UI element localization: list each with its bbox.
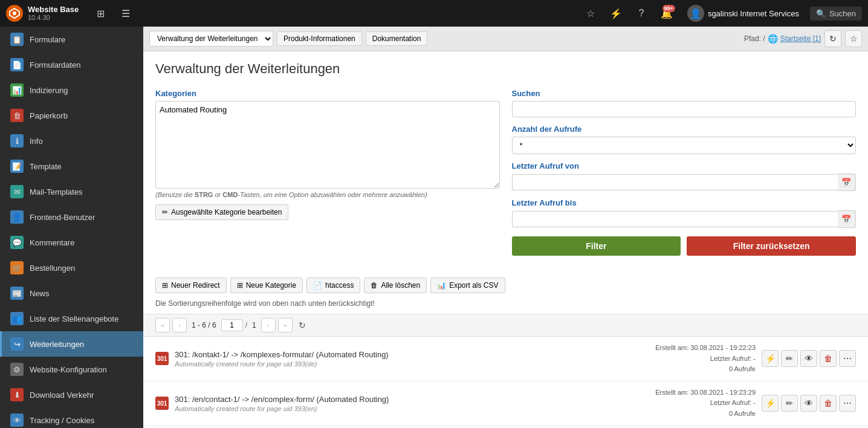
user-menu[interactable]: 👤 sgalinski Internet Services xyxy=(682,2,804,24)
sidebar-item-label: Formulare xyxy=(30,35,65,44)
calendar-from-icon[interactable]: 📅 xyxy=(838,173,856,191)
bookmark-icon[interactable]: ☆ xyxy=(845,30,862,47)
sidebar-item-formulardaten[interactable]: 📄 Formulardaten xyxy=(0,52,143,77)
action-view-button[interactable]: 👁 xyxy=(800,350,817,367)
sidebar-item-news[interactable]: 📰 News xyxy=(0,280,143,306)
last-page-button[interactable]: » xyxy=(278,318,293,332)
letzter-bis-input[interactable] xyxy=(512,211,838,227)
categories-section: Kategorien Automated Routing (Benutze di… xyxy=(155,89,500,256)
top-navigation: Website Base 10.4.30 ⊞ ☰ ☆ ⚡ ? 🔔 99+ 👤 s… xyxy=(0,0,868,27)
sidebar-item-label: Template xyxy=(30,162,62,171)
next-page-button[interactable]: › xyxy=(261,318,276,332)
search-area[interactable]: 🔍 Suchen xyxy=(810,7,862,21)
category-option: Automated Routing xyxy=(160,105,496,115)
sidebar-item-bestellungen[interactable]: 🛒 Bestellungen xyxy=(0,255,143,280)
sidebar-item-mail-templates[interactable]: ✉ Mail-Templates xyxy=(0,179,143,204)
page-input[interactable] xyxy=(221,319,243,331)
module-select[interactable]: Verwaltung der Weiterleitungen xyxy=(149,31,273,47)
filter-section: Suchen Anzahl der Aufrufe * Letzter Aufr… xyxy=(512,89,857,256)
template-icon: 📝 xyxy=(10,160,24,173)
action-more-button[interactable]: ⋯ xyxy=(839,395,856,412)
sidebar-item-frontend-benutzer[interactable]: 👤 Frontend-Benutzer xyxy=(0,204,143,230)
sidebar-item-weiterleitungen[interactable]: ↪ Weiterleitungen xyxy=(0,331,143,357)
first-page-button[interactable]: « xyxy=(155,318,170,332)
redirect-info: 301: /en/contact-1/ -> /en/complex-form/… xyxy=(175,395,641,412)
calendar-to-icon[interactable]: 📅 xyxy=(838,210,856,228)
sidebar-item-label: Liste der Stellenangebote xyxy=(30,314,118,323)
sidebar-item-kommentare[interactable]: 💬 Kommentare xyxy=(0,230,143,255)
sidebar-item-download-verkehr[interactable]: ⬇ Download Verkehr xyxy=(0,382,143,407)
letzter-von-input[interactable] xyxy=(512,174,838,190)
papierkorb-icon: 🗑 xyxy=(10,109,24,122)
new-category-button[interactable]: ⊞ Neue Kategorie xyxy=(230,277,303,293)
action-edit-button[interactable]: ✏ xyxy=(781,350,798,367)
search-input[interactable] xyxy=(512,101,857,117)
sidebar-item-website-konfiguration[interactable]: ⚙ Website-Konfiguration xyxy=(0,357,143,382)
prev-page-button[interactable]: ‹ xyxy=(172,318,187,332)
export-icon: 📊 xyxy=(437,281,446,290)
sidebar-item-stellenangebote[interactable]: 👥 Liste der Stellenangebote xyxy=(0,306,143,331)
htaccess-button[interactable]: 📄 htaccess xyxy=(306,277,360,293)
sidebar-item-info[interactable]: ℹ Info xyxy=(0,128,143,154)
filter-button[interactable]: Filter xyxy=(512,236,681,256)
app-logo xyxy=(6,5,23,22)
redirect-actions: ⚡ ✏ 👁 🗑 ⋯ xyxy=(762,395,856,412)
brand-name: Website Base xyxy=(28,5,79,15)
letzter-bis-label: Letzter Aufruf bis xyxy=(512,198,857,207)
sort-note: Die Sortierungsreihenfolge wird von oben… xyxy=(143,299,868,308)
sidebar-item-label: Kommentare xyxy=(30,238,74,247)
categories-hint: (Benutze die STRG or CMD-Tasten, um eine… xyxy=(155,191,500,198)
action-more-button[interactable]: ⋯ xyxy=(839,350,856,367)
sidebar-item-papierkorb[interactable]: 🗑 Papierkorb xyxy=(0,103,143,128)
sidebar-item-label: Frontend-Benutzer xyxy=(30,213,95,222)
sidebar-item-label: Papierkorb xyxy=(30,111,68,120)
action-delete-button[interactable]: 🗑 xyxy=(820,350,837,367)
action-lightning-button[interactable]: ⚡ xyxy=(762,350,779,367)
user-avatar: 👤 xyxy=(687,5,704,22)
action-lightning-button[interactable]: ⚡ xyxy=(762,395,779,412)
product-info-button[interactable]: Produkt-Informationen xyxy=(277,31,362,46)
action-edit-button[interactable]: ✏ xyxy=(781,395,798,412)
action-buttons-row: ⊞ Neuer Redirect ⊞ Neue Kategorie 📄 htac… xyxy=(143,277,868,293)
sidebar-item-label: Mail-Templates xyxy=(30,187,82,196)
brand-version: 10.4.30 xyxy=(28,14,79,22)
star-icon[interactable]: ☆ xyxy=(581,4,600,23)
formulardaten-icon: 📄 xyxy=(10,58,24,71)
reset-button[interactable]: Filter zurücksetzen xyxy=(687,236,856,256)
redirect-meta: Erstellt am: 30.08.2021 - 19:23:29 Letzt… xyxy=(647,387,756,420)
sidebar-item-formulare[interactable]: 📋 Formulare xyxy=(0,27,143,52)
list-icon[interactable]: ☰ xyxy=(116,4,135,23)
sidebar-item-template[interactable]: 📝 Template xyxy=(0,154,143,179)
edit-category-button[interactable]: ✏ Ausgewählte Kategorie bearbeiten xyxy=(155,204,288,220)
anzahl-select[interactable]: * xyxy=(512,137,857,154)
letzter-von-label: Letzter Aufruf von xyxy=(512,161,857,170)
help-icon[interactable]: ? xyxy=(632,4,651,23)
redirect-created: Erstellt am: 30.08.2021 - 19:23:29 xyxy=(647,387,756,398)
table-row: 301 301: /kontakt-1/ -> /komplexes-formu… xyxy=(143,337,868,381)
stellenangebote-icon: 👥 xyxy=(10,312,24,325)
sidebar-item-tracking-cookies[interactable]: 👁 Tracking / Cookies xyxy=(0,407,143,428)
refresh-icon[interactable]: ↻ xyxy=(824,30,841,47)
action-delete-button[interactable]: 🗑 xyxy=(820,395,837,412)
pagination-bar: « ‹ 1 - 6 / 6 / 1 › » ↻ xyxy=(143,314,868,337)
grid-icon[interactable]: ⊞ xyxy=(91,4,110,23)
sidebar-item-indizierung[interactable]: 📊 Indizierung xyxy=(0,77,143,103)
lightning-icon[interactable]: ⚡ xyxy=(606,4,626,23)
pagination-refresh-icon[interactable]: ↻ xyxy=(295,318,309,332)
anzahl-label: Anzahl der Aufrufe xyxy=(512,125,857,134)
delete-all-button[interactable]: 🗑 Alle löschen xyxy=(364,277,427,293)
notification-icon[interactable]: 🔔 99+ xyxy=(657,4,676,23)
total-pages: 1 xyxy=(252,321,256,329)
action-view-button[interactable]: 👁 xyxy=(800,395,817,412)
breadcrumb-link[interactable]: Startseite [1] xyxy=(780,34,821,43)
categories-select[interactable]: Automated Routing xyxy=(155,101,500,189)
documentation-button[interactable]: Dokumentation xyxy=(366,31,428,46)
redirect-rows: 301 301: /kontakt-1/ -> /komplexes-formu… xyxy=(143,337,868,426)
sidebar-item-label: Weiterleitungen xyxy=(30,340,84,349)
tracking-cookies-icon: 👁 xyxy=(10,413,24,427)
export-csv-button[interactable]: 📊 Export als CSV xyxy=(430,277,505,293)
filter-form: Kategorien Automated Routing (Benutze di… xyxy=(155,89,856,256)
sidebar-item-label: Indizierung xyxy=(30,86,68,95)
user-name: sgalinski Internet Services xyxy=(708,9,799,18)
new-redirect-button[interactable]: ⊞ Neuer Redirect xyxy=(155,277,227,293)
